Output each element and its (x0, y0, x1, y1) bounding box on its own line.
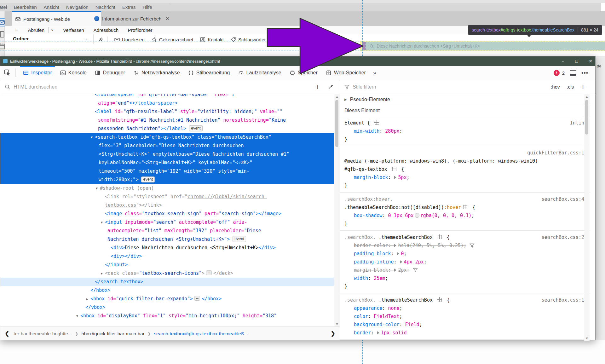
addressbook-space-icon[interactable] (0, 31, 5, 38)
filter-button-gekennzeichnet[interactable]: Gekennzeichnet (152, 37, 193, 42)
twisty-icon[interactable]: ▼ (75, 312, 80, 320)
minimize-button[interactable]: − (561, 59, 565, 64)
rule-line[interactable]: } (344, 182, 587, 190)
pin-icon[interactable] (98, 37, 103, 42)
filter-button-schlagwörter[interactable]: Schlagwörter (231, 37, 266, 42)
calendar-space-icon[interactable] (0, 43, 5, 50)
devtools-tab-inspector[interactable]: Inspektor (19, 66, 56, 80)
more-tools-chevron[interactable]: » (370, 70, 379, 76)
error-badge-icon[interactable]: ! (554, 70, 560, 76)
markup-row[interactable]: somefmtstring="#1 Nachricht;#1 Nachricht… (0, 116, 334, 124)
rule-source-link[interactable]: searchBox.css:28 (542, 233, 587, 241)
eyedropper-icon[interactable] (328, 84, 333, 90)
markup-view[interactable]: <toolbarspacer id="qfb-filter-bar-spacer… (0, 94, 340, 326)
rule-line[interactable]: } (344, 220, 587, 228)
expand-computed-icon[interactable] (400, 260, 402, 263)
menu-item-nachricht[interactable]: Nachricht (95, 4, 115, 10)
css-rule[interactable]: InlineElement { min-width: 280px;} (340, 116, 590, 146)
markup-row[interactable]: </hbox> (0, 286, 334, 295)
mail-tab-2[interactable]: Informationen zur Fehlerbeh✕ (90, 11, 179, 26)
markup-row[interactable]: timeout="500" maxlength="192" width="320… (0, 167, 334, 176)
rule-line[interactable]: .themeableSearchBox:not([disabled]):hove… (344, 203, 587, 211)
markup-row[interactable]: <div></div> (0, 252, 334, 261)
rule-line[interactable]: margin-block: 2px; (344, 266, 587, 274)
menu-item-navigation[interactable]: Navigation (66, 4, 89, 10)
markup-row[interactable]: <Strg+Umschalt+K>" emptytextbase="Diese … (0, 150, 334, 159)
rule-line[interactable]: margin-block: 5px; (344, 173, 587, 182)
rule-line[interactable]: padding-inline: 4px 2px; (344, 258, 587, 266)
close-button[interactable]: ✕ (588, 59, 593, 64)
expand-computed-icon[interactable] (377, 331, 379, 334)
rule-line[interactable]: #qfb-qs-textbox { (344, 165, 587, 173)
rule-source-link[interactable]: quickFilterBar.css:15 (344, 149, 587, 157)
markup-row[interactable]: <div>Diese Nachrichten durchsuchen <Strg… (0, 244, 334, 252)
twisty-icon[interactable]: ▼ (94, 184, 99, 193)
markup-row[interactable]: width:280px;">event (0, 176, 334, 184)
search-input-highlighted[interactable]: Diese Nachrichten durchsuchen <Strg+Umsc… (365, 42, 605, 50)
rule-line[interactable]: @media (-moz-platform: windows-win8), (-… (344, 157, 587, 165)
devtools-menu-icon[interactable]: ••• (581, 70, 588, 76)
menu-item-hilfe[interactable]: Hilfe (143, 4, 152, 10)
markup-row[interactable]: ▼<search-textbox id="qfb-qs-textbox" cla… (0, 133, 334, 142)
split-console-icon[interactable] (570, 70, 576, 76)
markup-row[interactable]: <link rel="stylesheet" href="chrome://gl… (0, 193, 334, 201)
devtools-tab-storage[interactable]: Web-Speicher (322, 66, 370, 80)
write-button[interactable]: Verfassen (63, 27, 84, 33)
rule-line[interactable]: border-color: hsla(240, 5%, 5%, 0.25); (344, 241, 587, 250)
markup-row[interactable]: <label id="qfb-results-label" style="vis… (0, 107, 334, 116)
filter-button-kontakt[interactable]: Kontakt (200, 37, 224, 42)
rule-line[interactable]: searchBox.css:18.searchBox, .themeableSe… (344, 296, 587, 304)
markup-row[interactable]: ▶<hbox id="quick-filter-bar-expando">⋯</… (0, 295, 334, 303)
breadcrumb-item[interactable]: search-textbox#qfb-qs-textbox.themeableS… (154, 331, 248, 336)
rule-source-link[interactable]: searchBox.css:43 (542, 195, 587, 203)
devtools-tab-console[interactable]: Konsole (56, 66, 91, 80)
selector-highlighter-icon[interactable] (438, 298, 442, 302)
toggle-hover-button[interactable]: :hov (551, 84, 560, 90)
rule-source-link[interactable]: searchBox.css:18 (542, 296, 587, 304)
add-node-button[interactable]: + (315, 83, 320, 91)
menu-item-ansicht[interactable]: Ansicht (44, 4, 59, 10)
twisty-icon[interactable]: ▼ (89, 133, 94, 142)
selector-highlighter-icon[interactable] (392, 167, 396, 171)
markup-row[interactable]: <toolbarspacer id="qfb-filter-bar-spacer… (0, 94, 334, 99)
overridden-filter-icon[interactable] (413, 268, 418, 273)
overridden-filter-icon[interactable] (470, 243, 475, 248)
addressbook-button[interactable]: Adressbuch (94, 27, 118, 33)
markup-row[interactable]: align="end"></toolbarspacer> (0, 99, 334, 107)
breadcrumb-item[interactable]: ter-bar.themeable-brightte... (14, 331, 72, 336)
breadcrumb-item[interactable]: hbox#quick-filter-bar-main-bar (81, 331, 144, 336)
rule-line[interactable]: InlineElement { (344, 119, 587, 127)
markup-row[interactable]: </search-textbox> (0, 278, 334, 286)
filter-button-an[interactable]: An (273, 37, 286, 42)
collapsed-children-icon[interactable]: ⋯ (194, 296, 200, 301)
breadcrumb-back-icon[interactable]: ❮ (0, 330, 14, 337)
add-rule-button[interactable]: + (581, 83, 585, 91)
maximize-button[interactable]: □ (574, 59, 579, 64)
toggle-class-button[interactable]: .cls (567, 84, 574, 90)
devtools-titlebar[interactable]: Entwicklerwerkzeuge - Posteingang - Web.… (0, 56, 595, 66)
rule-line[interactable]: } (344, 135, 587, 143)
expand-computed-icon[interactable] (394, 244, 396, 247)
devtools-tab-performance[interactable]: Laufzeitanalyse (234, 66, 285, 80)
event-badge[interactable]: event (233, 236, 246, 242)
markup-row[interactable]: ▼#shadow-root (open) (0, 184, 334, 193)
markup-row[interactable]: <image class="textbox-search-sign" part=… (0, 210, 334, 218)
expand-computed-icon[interactable] (397, 252, 399, 255)
markup-row[interactable]: ▶<deck class="textbox-search-icons">⋯</d… (0, 269, 334, 278)
mail-space-icon[interactable] (0, 19, 5, 26)
rule-line[interactable]: width: 25em; (344, 274, 587, 282)
event-badge[interactable]: event (189, 125, 203, 131)
pseudo-elements-section[interactable]: ▶Pseudo-Elemente (340, 94, 590, 105)
markup-row[interactable]: passenden Nachrichten"></label>event (0, 124, 334, 133)
twisty-icon[interactable]: ▶ (85, 295, 90, 303)
markup-scrollbar[interactable]: ▲ ▼ (334, 94, 340, 326)
markup-row[interactable]: autocomplete="list" maxlength="192" plac… (0, 227, 334, 235)
twisty-icon[interactable]: ▶ (99, 269, 104, 278)
tab-close-icon[interactable]: ✕ (165, 16, 169, 21)
selector-highlighter-icon[interactable] (463, 205, 467, 209)
rules-filter-bar[interactable]: Stile filtern :hov .cls + (340, 80, 596, 94)
folder-pane-menu-button[interactable]: … (84, 35, 89, 40)
rule-line[interactable]: color: FieldText; (344, 312, 587, 321)
markup-row[interactable]: </input> (0, 261, 334, 269)
rule-line[interactable]: appearance: none; (344, 304, 587, 312)
